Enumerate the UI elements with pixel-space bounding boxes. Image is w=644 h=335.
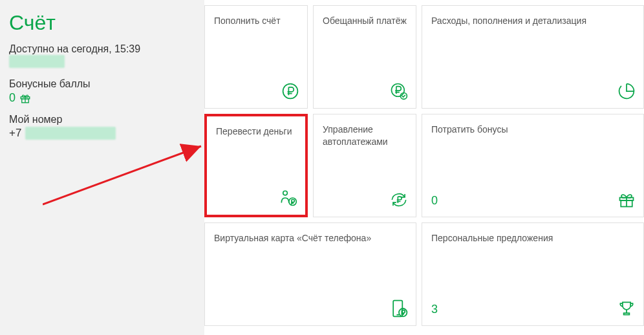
my-number-label: Мой номер	[9, 114, 195, 125]
pie-chart-icon	[617, 82, 636, 100]
phone-ruble-icon	[390, 299, 408, 318]
card-expenses-detail[interactable]: Расходы, пополнения и детализация	[422, 5, 644, 109]
card-title: Виртуальная карта «Счёт телефона»	[214, 232, 407, 244]
action-grid: Пополнить счёт Обещанный платёж Расходы,…	[204, 5, 639, 326]
card-personal-offers[interactable]: Персональные предложения 3	[422, 222, 644, 326]
card-spend-bonuses[interactable]: Потратить бонусы 0	[422, 114, 644, 217]
card-value: 3	[431, 303, 438, 316]
ruble-check-icon	[390, 82, 408, 100]
ruble-icon	[281, 82, 299, 100]
card-title: Персональные предложения	[431, 232, 634, 244]
card-transfer-money[interactable]: Перевести деньги	[204, 114, 308, 217]
card-title: Управление автоплатежами	[323, 124, 407, 148]
person-ruble-icon	[279, 189, 297, 207]
card-title: Расходы, пополнения и детализация	[431, 15, 634, 27]
card-promised-payment[interactable]: Обещанный платёж	[313, 5, 416, 109]
page-title: Счёт	[9, 12, 195, 34]
svg-point-6	[283, 191, 288, 195]
card-autopay-manage[interactable]: Управление автоплатежами	[313, 114, 416, 217]
trophy-icon	[617, 299, 636, 318]
my-number-prefix: +7	[9, 127, 21, 140]
svg-point-4	[391, 83, 404, 96]
phone-number-redacted	[25, 127, 116, 140]
card-topup[interactable]: Пополнить счёт	[204, 5, 308, 109]
account-sidebar: Счёт Доступно на сегодня, 15:39 Бонусные…	[0, 0, 204, 335]
card-title: Потратить бонусы	[431, 124, 634, 136]
card-title: Пополнить счёт	[214, 15, 298, 27]
ruble-refresh-icon	[390, 191, 408, 209]
card-value: 0	[431, 194, 438, 208]
card-title: Перевести деньги	[216, 125, 296, 138]
bonus-value: 0	[9, 91, 16, 105]
gift-icon	[19, 92, 31, 104]
gift-icon	[617, 191, 636, 209]
bonus-label: Бонусные баллы	[9, 78, 195, 90]
card-title: Обещанный платёж	[323, 15, 407, 27]
card-virtual-card[interactable]: Виртуальная карта «Счёт телефона»	[204, 222, 416, 326]
balance-value-redacted	[9, 55, 65, 68]
available-label: Доступно на сегодня, 15:39	[9, 43, 195, 55]
